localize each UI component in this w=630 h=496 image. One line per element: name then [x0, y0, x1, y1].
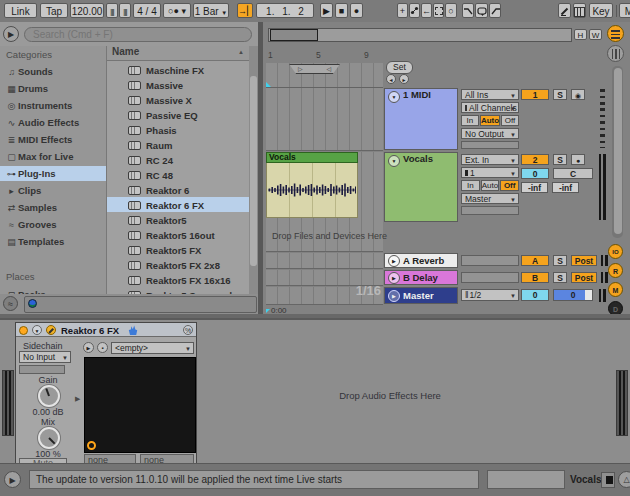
device-activator-led[interactable] [19, 326, 28, 335]
list-item[interactable]: Reaktor5 FX 2x8 [107, 257, 249, 272]
automation-arm-button[interactable] [409, 3, 420, 18]
midi-track-lane[interactable] [266, 88, 383, 151]
list-item[interactable]: Passive EQ [107, 107, 249, 122]
list-item[interactable]: Massive X [107, 92, 249, 107]
midi-input-type-chooser[interactable]: All Ins▼ [461, 89, 519, 100]
vocals-volume-field[interactable]: -inf [521, 182, 548, 193]
monitor-auto-button[interactable]: Auto [481, 180, 500, 191]
sidebar-item-midi-effects[interactable]: ≣MIDI Effects [0, 132, 106, 147]
device-fold-button[interactable]: ▼ [32, 325, 42, 335]
plugin-program-load-button[interactable]: ▶ [83, 342, 94, 353]
arrangement-view-selector[interactable] [607, 25, 624, 42]
return-b-activator[interactable]: B [521, 272, 549, 283]
sidebar-item-templates[interactable]: ▤Templates [0, 234, 106, 249]
track-header-midi[interactable]: ▼1 MIDI [384, 88, 458, 150]
list-item[interactable]: RC 48 [107, 167, 249, 182]
vocals-input-channel-chooser[interactable]: 1▼ [461, 167, 519, 178]
vocals-track-activator[interactable]: 2 [521, 154, 549, 165]
show-io-toggle[interactable]: IO [608, 244, 623, 259]
return-a-lane[interactable] [266, 253, 383, 269]
list-header-row[interactable]: Name ▲ [107, 46, 249, 61]
list-item[interactable]: Phasis [107, 122, 249, 137]
unfold-track-icon[interactable]: ▼ [388, 91, 400, 103]
optimize-height-button[interactable]: H [574, 29, 587, 40]
unfold-track-icon[interactable]: ▼ [388, 155, 400, 167]
sidebar-item-drums[interactable]: ▦Drums [0, 81, 106, 96]
follow-button[interactable]: →▏ [237, 3, 253, 18]
list-item[interactable]: Reaktor5 [107, 212, 249, 227]
plugin-xy-handle[interactable] [87, 441, 96, 450]
show-info-view-button[interactable]: ▶ [4, 471, 21, 488]
track-name[interactable]: Master [403, 290, 434, 301]
sidebar-item-audio-effects[interactable]: ∿Audio Effects [0, 115, 106, 130]
session-record-button[interactable]: ○ [445, 3, 457, 18]
clip-title-bar[interactable]: Vocals [266, 152, 358, 163]
track-name[interactable]: Vocals [403, 153, 433, 164]
arrangement-scrollbar-thumb[interactable] [614, 68, 622, 234]
link-button[interactable]: Link [4, 3, 37, 18]
return-a-pre-post-toggle[interactable]: Post [571, 255, 597, 266]
loop-brace[interactable]: ▷ ◁ [289, 64, 340, 74]
set-loop-button[interactable]: Set [386, 61, 413, 74]
nudge-back-button[interactable]: ◄ [386, 74, 396, 84]
list-item[interactable]: RC 24 [107, 152, 249, 167]
plugin-program-save-button[interactable]: ▪ [97, 342, 108, 353]
midi-map-button[interactable]: MID [619, 3, 630, 18]
scrub-area[interactable]: ▷ ◁ [266, 63, 383, 88]
midi-output-type-chooser[interactable]: No Output▼ [461, 128, 519, 139]
vocals-pan-dial[interactable]: 0 [521, 168, 549, 179]
monitor-in-button[interactable]: In [461, 180, 480, 191]
capture-midi-button[interactable] [433, 3, 444, 18]
return-a-activator[interactable]: A [521, 255, 549, 266]
metronome-button[interactable]: ○● ▾ [163, 3, 191, 18]
track-header-return-a[interactable]: ▶A Reverb [384, 253, 458, 268]
sidechain-input-chooser[interactable]: No Input▼ [19, 351, 71, 363]
browser-scrollbar-thumb[interactable] [250, 76, 257, 266]
show-mixer-toggle[interactable]: M [608, 282, 623, 297]
tempo-field[interactable]: 120.00 [70, 3, 104, 18]
track-header-return-b[interactable]: ▶B Delay [384, 270, 458, 285]
quantization-menu[interactable]: 1 Bar ▼ [193, 3, 229, 18]
return-b-solo-button[interactable]: S [553, 272, 567, 283]
sidebar-item-max-for-live[interactable]: ▢Max for Live [0, 149, 106, 164]
track-header-master[interactable]: ▶Master [384, 287, 458, 304]
fold-track-icon[interactable]: ▶ [388, 255, 400, 267]
device-drop-zone[interactable] [200, 320, 615, 464]
list-item[interactable]: Massive [107, 77, 249, 92]
plugin-edit-wrench-icon[interactable] [46, 325, 56, 335]
device-title[interactable]: Reaktor 6 FX [61, 325, 119, 336]
vocals-output-type-chooser[interactable]: Master▼ [461, 193, 519, 204]
master-cue-out-chooser[interactable]: ‖1/2▼ [461, 289, 519, 301]
list-item[interactable]: Maschine FX [107, 62, 249, 77]
list-item[interactable]: Reaktor 6 [107, 182, 249, 197]
vocals-track-lane[interactable]: Vocals [266, 152, 383, 223]
session-view-selector[interactable] [607, 45, 624, 62]
monitor-in-button[interactable]: In [461, 115, 479, 126]
list-item[interactable]: Reaktor5 FX 16x16 [107, 272, 249, 287]
vocals-input-type-chooser[interactable]: Ext. In▼ [461, 154, 519, 165]
monitor-auto-button[interactable]: Auto [480, 115, 500, 126]
draw-mode-button[interactable] [558, 3, 571, 18]
track-name[interactable]: 1 MIDI [403, 89, 431, 100]
time-signature-field[interactable]: 4 / 4 [133, 3, 161, 18]
vocals-solo-button[interactable]: S [553, 154, 567, 165]
nudge-up-button[interactable]: |||| [119, 3, 131, 18]
hide-browser-button[interactable]: ▶ [3, 26, 19, 42]
list-item[interactable]: Reaktor5 FX [107, 242, 249, 257]
track-header-vocals[interactable]: ▼Vocals [384, 152, 458, 222]
list-item[interactable]: Reaktor5 16out [107, 227, 249, 242]
key-map-button[interactable]: Key [589, 3, 613, 18]
return-a-solo-button[interactable]: S [553, 255, 567, 266]
track-name[interactable]: B Delay [403, 272, 438, 283]
punch-out-button[interactable] [489, 3, 501, 18]
sidebar-item-sounds[interactable]: ♫Sounds [0, 64, 106, 79]
list-item[interactable]: Raum [107, 137, 249, 152]
gain-knob[interactable] [38, 385, 60, 407]
headphone-preview-icon[interactable] [28, 299, 37, 308]
search-input[interactable] [24, 27, 252, 42]
show-returns-toggle[interactable]: R [608, 263, 623, 278]
loop-button[interactable] [475, 3, 488, 18]
arrangement-scrollbar[interactable] [612, 66, 623, 238]
sidebar-item-samples[interactable]: ⇄Samples [0, 200, 106, 215]
arrangement-overview[interactable] [268, 28, 572, 42]
